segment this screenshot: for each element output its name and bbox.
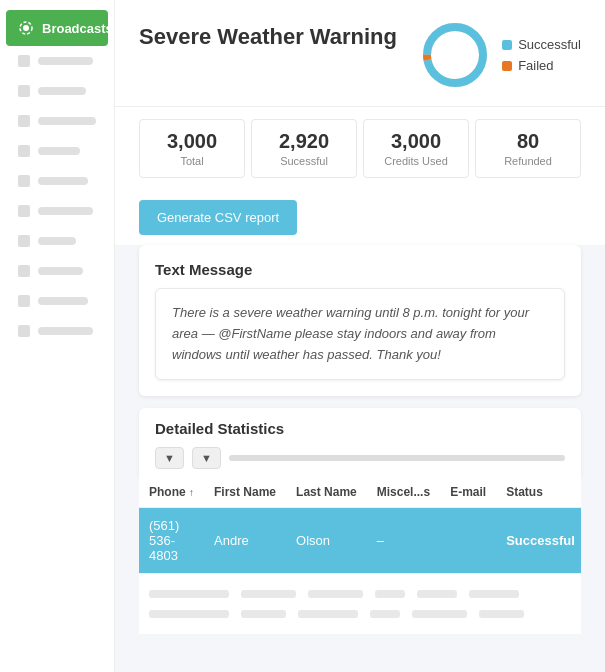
ph-icon-1	[18, 55, 30, 67]
col-firstname-label: First Name	[214, 485, 276, 499]
stats-row: 3,000 Total 2,920 Sucessful 3,000 Credit…	[115, 107, 605, 190]
table-header-row: Phone ↑ First Name Last Name Miscel...s …	[139, 477, 581, 508]
stat-credits-value: 3,000	[372, 130, 460, 153]
failed-dot	[502, 61, 512, 71]
stat-total: 3,000 Total	[139, 119, 245, 178]
ph-cell-5	[417, 590, 457, 598]
ph-line-8	[38, 267, 83, 275]
svg-point-0	[23, 25, 29, 31]
ph-cell-9	[298, 610, 358, 618]
ph-line-1	[38, 57, 93, 65]
stat-credits: 3,000 Credits Used	[363, 119, 469, 178]
ph-icon-8	[18, 265, 30, 277]
ph-cell-12	[479, 610, 524, 618]
donut-chart	[420, 20, 490, 90]
detailed-title: Detailed Statistics	[155, 420, 565, 437]
ph-icon-5	[18, 175, 30, 187]
ph-row-1	[139, 584, 581, 604]
col-phone-label: Phone	[149, 485, 186, 499]
ph-cell-6	[469, 590, 519, 598]
stat-credits-label: Credits Used	[372, 155, 460, 167]
col-firstname: First Name	[204, 477, 286, 508]
col-phone: Phone ↑	[139, 477, 204, 508]
message-body: There is a severe weather warning until …	[155, 288, 565, 380]
failed-label: Failed	[518, 58, 553, 73]
sort-arrow-phone: ↑	[189, 487, 194, 498]
ph-line-7	[38, 237, 76, 245]
sidebar-placeholder-8	[0, 256, 114, 286]
ph-cell-7	[149, 610, 229, 618]
ph-icon-4	[18, 145, 30, 157]
detailed-statistics-section: Detailed Statistics ▼ ▼	[139, 408, 581, 477]
text-message-title: Text Message	[155, 261, 565, 278]
ph-line-6	[38, 207, 93, 215]
ph-cell-4	[375, 590, 405, 598]
ph-cell-10	[370, 610, 400, 618]
broadcasts-icon	[18, 20, 34, 36]
cell-email	[440, 508, 496, 574]
col-status: Status	[496, 477, 581, 508]
col-lastname-label: Last Name	[296, 485, 357, 499]
cell-lastname: Olson	[286, 508, 367, 574]
filter-chip-1[interactable]: ▼	[155, 447, 184, 469]
sidebar-placeholder-4	[0, 136, 114, 166]
col-email-label: E-mail	[450, 485, 486, 499]
sidebar-placeholder-1	[0, 46, 114, 76]
chart-legend: Successful Failed	[502, 37, 581, 73]
svg-point-3	[427, 27, 483, 83]
legend-failed: Failed	[502, 58, 581, 73]
sidebar-placeholder-7	[0, 226, 114, 256]
ph-icon-9	[18, 295, 30, 307]
ph-line-2	[38, 87, 86, 95]
broadcasts-label: Broadcasts	[42, 21, 113, 36]
ph-cell-3	[308, 590, 363, 598]
filter-chip-2[interactable]: ▼	[192, 447, 221, 469]
ph-cell-11	[412, 610, 467, 618]
cell-misc: –	[367, 508, 440, 574]
filter-placeholder-bar	[229, 455, 565, 461]
ph-icon-2	[18, 85, 30, 97]
stat-successful-label: Sucessful	[260, 155, 348, 167]
ph-cell-2	[241, 590, 296, 598]
col-status-label: Status	[506, 485, 543, 499]
stat-successful-value: 2,920	[260, 130, 348, 153]
filter-chip-2-label: ▼	[201, 452, 212, 464]
placeholder-rows	[139, 574, 581, 634]
col-misc: Miscel...s	[367, 477, 440, 508]
data-table: Phone ↑ First Name Last Name Miscel...s …	[139, 477, 581, 574]
ph-icon-10	[18, 325, 30, 337]
ph-cell-8	[241, 610, 286, 618]
successful-dot	[502, 40, 512, 50]
stat-refunded: 80 Refunded	[475, 119, 581, 178]
cell-firstname: Andre	[204, 508, 286, 574]
sidebar-item-broadcasts[interactable]: Broadcasts	[6, 10, 108, 46]
stat-total-label: Total	[148, 155, 236, 167]
stat-refunded-label: Refunded	[484, 155, 572, 167]
ph-icon-7	[18, 235, 30, 247]
sidebar-placeholder-6	[0, 196, 114, 226]
sidebar-placeholder-10	[0, 316, 114, 346]
text-message-card: Text Message There is a severe weather w…	[139, 245, 581, 396]
page-title: Severe Weather Warning	[139, 24, 397, 50]
ph-line-4	[38, 147, 80, 155]
legend-successful: Successful	[502, 37, 581, 52]
col-email: E-mail	[440, 477, 496, 508]
sidebar-placeholder-9	[0, 286, 114, 316]
generate-csv-button[interactable]: Generate CSV report	[139, 200, 297, 235]
col-lastname: Last Name	[286, 477, 367, 508]
top-section: Severe Weather Warning Successful Failed	[115, 0, 605, 107]
ph-icon-6	[18, 205, 30, 217]
filter-row: ▼ ▼	[155, 447, 565, 469]
ph-line-10	[38, 327, 93, 335]
cell-phone: (561) 536-4803	[139, 508, 204, 574]
ph-icon-3	[18, 115, 30, 127]
ph-cell-1	[149, 590, 229, 598]
sidebar-placeholder-5	[0, 166, 114, 196]
sidebar-placeholder-3	[0, 106, 114, 136]
main-content: Severe Weather Warning Successful Failed	[115, 0, 605, 672]
successful-label: Successful	[518, 37, 581, 52]
table-wrap: Phone ↑ First Name Last Name Miscel...s …	[139, 477, 581, 574]
ph-line-3	[38, 117, 96, 125]
table-row[interactable]: (561) 536-4803 Andre Olson – Successful	[139, 508, 581, 574]
ph-line-9	[38, 297, 88, 305]
